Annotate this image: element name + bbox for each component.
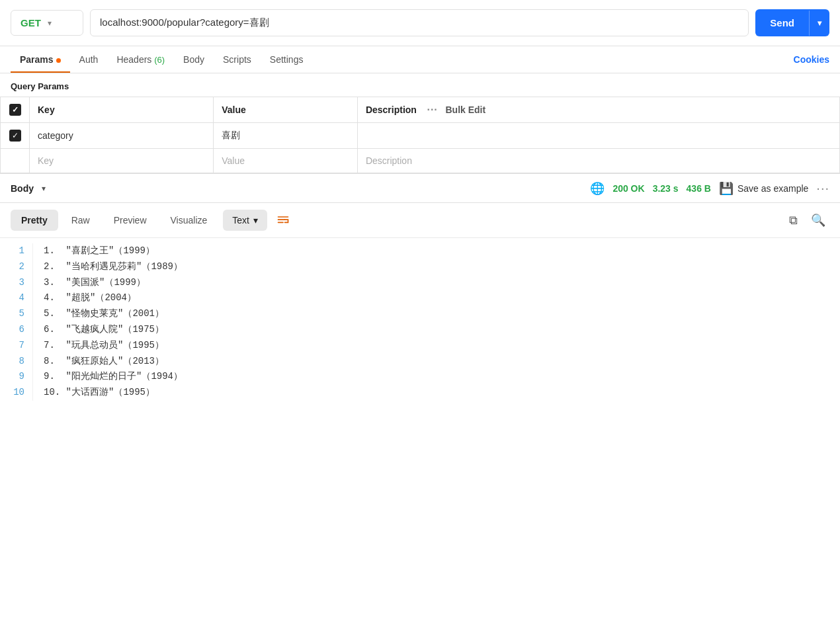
response-status: 200 OK [612, 183, 644, 194]
send-chevron-icon[interactable]: ▾ [809, 11, 829, 36]
tab-scripts[interactable]: Scripts [214, 46, 261, 73]
line-number: 10 [8, 385, 24, 401]
code-line: 2. "当哈利遇见莎莉"（1989） [44, 259, 829, 275]
checkmark-icon: ✓ [12, 105, 19, 114]
table-row: Key Value Description [1, 149, 840, 173]
params-table: ✓ Key Value Description ··· Bulk Edit ✓ … [0, 97, 840, 173]
tab-body-req[interactable]: Body [174, 46, 214, 73]
section-query-params: Query Params [0, 73, 840, 97]
format-tab-visualize[interactable]: Visualize [160, 210, 218, 231]
line-number: 7 [8, 338, 24, 354]
body-label[interactable]: Body [11, 183, 34, 194]
row1-description[interactable] [357, 123, 839, 149]
row2-checkbox-cell [1, 149, 30, 173]
line-number: 9 [8, 369, 24, 385]
method-chevron-icon: ▾ [48, 19, 52, 28]
more-options-icon[interactable]: ··· [427, 104, 437, 115]
code-lines: 1. "喜剧之王"（1999）2. "当哈利遇见莎莉"（1989）3. "美国派… [33, 243, 840, 401]
checkbox-header-cell: ✓ [1, 97, 30, 123]
bulk-edit-button[interactable]: Bulk Edit [445, 104, 485, 115]
value-column-header: Value [214, 97, 358, 123]
params-dot [56, 58, 61, 63]
tab-headers[interactable]: Headers (6) [107, 46, 174, 73]
line-number: 5 [8, 306, 24, 322]
code-line: 8. "疯狂原始人"（2013） [44, 354, 829, 370]
select-all-checkbox[interactable]: ✓ [9, 104, 21, 116]
save-example-label: Save as example [737, 183, 808, 194]
tabs-bar: Params Auth Headers (6) Body Scripts Set… [0, 46, 840, 73]
code-line: 9. "阳光灿烂的日子"（1994） [44, 369, 829, 385]
more-options-button[interactable]: ··· [816, 181, 829, 196]
line-number: 2 [8, 259, 24, 275]
response-content: 12345678910 1. "喜剧之王"（1999）2. "当哈利遇见莎莉"（… [0, 238, 840, 406]
line-numbers: 12345678910 [0, 243, 33, 401]
cookies-link[interactable]: Cookies [794, 54, 829, 65]
table-row: ✓ category 喜剧 [1, 123, 840, 149]
response-time: 3.23 s [653, 183, 679, 194]
row1-key[interactable]: category [30, 123, 214, 149]
row1-checkbox-cell: ✓ [1, 123, 30, 149]
code-area: 12345678910 1. "喜剧之王"（1999）2. "当哈利遇见莎莉"（… [0, 238, 840, 406]
text-format-label: Text [232, 215, 249, 226]
format-tab-pretty[interactable]: Pretty [11, 210, 58, 231]
text-format-chevron-icon: ▾ [253, 215, 258, 226]
response-bar: Body ▾ 🌐 200 OK 3.23 s 436 B 💾 Save as e… [0, 173, 840, 203]
copy-button[interactable]: ⧉ [785, 210, 802, 231]
format-bar: Pretty Raw Preview Visualize Text ▾ ⧉ 🔍 [0, 203, 840, 238]
url-input[interactable]: localhost:9000/popular?category=喜剧 [90, 9, 749, 36]
body-chevron-icon[interactable]: ▾ [42, 184, 46, 193]
line-number: 4 [8, 290, 24, 306]
code-line: 7. "玩具总动员"（1995） [44, 338, 829, 354]
description-column-header: Description ··· Bulk Edit [357, 97, 839, 123]
format-tab-raw[interactable]: Raw [61, 210, 101, 231]
save-example-button[interactable]: 💾 Save as example [719, 181, 808, 196]
line-number: 1 [8, 243, 24, 259]
tab-params[interactable]: Params [11, 46, 70, 73]
line-number: 8 [8, 354, 24, 370]
response-size: 436 B [687, 183, 711, 194]
line-number: 3 [8, 275, 24, 291]
tab-auth[interactable]: Auth [70, 46, 108, 73]
url-bar: GET ▾ localhost:9000/popular?category=喜剧… [0, 0, 840, 46]
code-line: 1. "喜剧之王"（1999） [44, 243, 829, 259]
row1-value[interactable]: 喜剧 [214, 123, 358, 149]
row2-value-placeholder[interactable]: Value [214, 149, 358, 173]
tab-settings[interactable]: Settings [261, 46, 313, 73]
row2-description-placeholder[interactable]: Description [357, 149, 839, 173]
code-line: 10. "大话西游"（1995） [44, 385, 829, 401]
method-text: GET [21, 17, 41, 28]
globe-icon: 🌐 [590, 181, 605, 196]
code-line: 5. "怪物史莱克"（2001） [44, 306, 829, 322]
row2-key-placeholder[interactable]: Key [30, 149, 214, 173]
code-line: 3. "美国派"（1999） [44, 275, 829, 291]
line-number: 6 [8, 322, 24, 338]
headers-badge: (6) [154, 55, 165, 65]
row1-checkmark-icon: ✓ [12, 131, 19, 140]
url-text: localhost:9000/popular?category=喜剧 [100, 17, 269, 29]
row1-checkbox[interactable]: ✓ [9, 130, 21, 142]
right-icons: ⧉ 🔍 [785, 209, 829, 231]
send-label: Send [755, 9, 809, 36]
format-tab-preview[interactable]: Preview [103, 210, 157, 231]
code-line: 4. "超脱"（2004） [44, 290, 829, 306]
word-wrap-button[interactable] [270, 208, 296, 232]
key-column-header: Key [30, 97, 214, 123]
send-button[interactable]: Send ▾ [755, 9, 829, 36]
search-button[interactable]: 🔍 [807, 209, 829, 231]
save-icon: 💾 [719, 181, 734, 196]
code-line: 6. "飞越疯人院"（1975） [44, 322, 829, 338]
text-format-dropdown[interactable]: Text ▾ [223, 210, 267, 231]
method-selector[interactable]: GET ▾ [11, 10, 83, 36]
